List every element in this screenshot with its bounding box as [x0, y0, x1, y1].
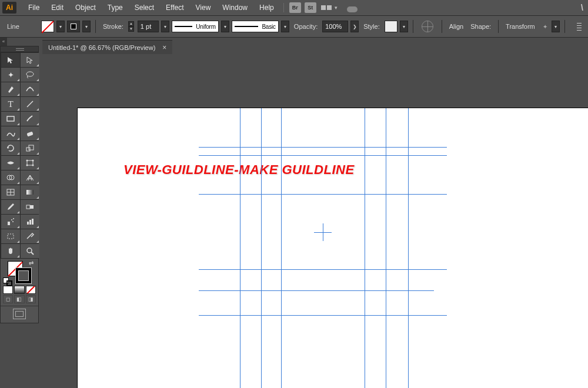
stroke-weight-dropdown[interactable]: ▾ — [161, 21, 169, 32]
swap-fill-stroke-icon[interactable]: ⇄ — [29, 260, 34, 266]
tool-hand[interactable] — [1, 244, 20, 258]
tool-type[interactable]: T — [1, 97, 20, 111]
tool-pen[interactable] — [1, 82, 20, 96]
tool-slice[interactable] — [21, 229, 39, 243]
guide-vertical[interactable] — [365, 108, 365, 388]
align-label[interactable]: Align — [447, 23, 466, 30]
menu-help[interactable]: Help — [253, 1, 280, 14]
tool-free-transform[interactable] — [21, 156, 39, 170]
cursor-crosshair-icon — [314, 223, 332, 241]
profile-dropdown[interactable]: ▾ — [221, 21, 229, 32]
tool-shaper[interactable] — [1, 126, 20, 141]
stroke-swatch[interactable] — [67, 21, 80, 32]
tool-direct-selection[interactable] — [21, 53, 39, 67]
menu-effect[interactable]: Effect — [160, 1, 189, 14]
fill-dropdown[interactable]: ▾ — [56, 21, 65, 32]
guide-horizontal[interactable] — [199, 194, 447, 195]
opacity-dropdown[interactable]: ❯ — [350, 21, 359, 32]
guide-vertical[interactable] — [240, 108, 240, 388]
tool-perspective-grid[interactable] — [21, 170, 39, 185]
tool-artboard[interactable] — [1, 229, 20, 243]
guide-vertical[interactable] — [261, 108, 262, 388]
recolor-artwork-icon[interactable] — [422, 21, 433, 32]
tool-lasso[interactable] — [21, 68, 39, 82]
guide-horizontal[interactable] — [199, 155, 447, 156]
guide-vertical[interactable] — [408, 108, 409, 388]
style-dropdown[interactable]: ▾ — [400, 21, 408, 32]
guide-horizontal[interactable] — [199, 290, 434, 291]
menu-type[interactable]: Type — [102, 1, 129, 14]
graphic-style-swatch[interactable] — [385, 21, 397, 32]
guide-vertical[interactable] — [281, 108, 282, 388]
panel-collapse-toggle[interactable]: « — [0, 38, 7, 46]
guide-horizontal[interactable] — [199, 147, 447, 148]
tool-eyedropper[interactable] — [1, 200, 20, 214]
tool-eraser[interactable] — [21, 126, 39, 141]
tool-symbol-sprayer[interactable] — [1, 215, 20, 229]
canvas-area[interactable]: VIEW-GUILDLINE-MAKE GUILDLINE — [42, 54, 588, 388]
draw-inside-icon[interactable]: ◨ — [26, 295, 36, 303]
color-mode-none[interactable] — [26, 286, 36, 294]
fill-stroke-selector[interactable]: ⇄ — [1, 259, 38, 283]
opacity-field[interactable]: 100% — [322, 21, 348, 32]
tool-blend[interactable] — [21, 200, 39, 214]
tool-magic-wand[interactable]: ✦ — [1, 68, 20, 82]
opacity-label[interactable]: Opacity: — [292, 23, 320, 30]
stroke-color-well[interactable] — [16, 268, 31, 283]
stroke-weight-field[interactable]: 1 pt — [138, 21, 159, 32]
tool-selection[interactable] — [1, 53, 20, 67]
tool-mesh[interactable] — [1, 185, 20, 199]
window-control[interactable]: \ — [579, 3, 586, 12]
transform-pin-icon[interactable]: ✦ — [541, 22, 549, 31]
close-tab-icon[interactable]: × — [162, 44, 166, 52]
tool-rectangle[interactable] — [1, 112, 20, 126]
stroke-weight-stepper[interactable]: ▲▼ — [128, 21, 134, 32]
tool-paintbrush[interactable] — [21, 112, 39, 126]
bridge-icon[interactable]: Br — [289, 2, 301, 13]
tool-width[interactable] — [1, 156, 20, 170]
svg-point-28 — [27, 248, 32, 253]
stroke-label[interactable]: Stroke: — [101, 23, 126, 30]
brush-definition[interactable]: Basic — [232, 21, 279, 32]
guide-vertical[interactable] — [386, 108, 386, 388]
svg-rect-7 — [27, 160, 33, 165]
guide-horizontal[interactable] — [199, 269, 447, 270]
transform-dropdown[interactable]: ▾ — [552, 21, 560, 32]
stroke-dropdown[interactable]: ▾ — [82, 21, 91, 32]
menu-select[interactable]: Select — [129, 1, 160, 14]
tool-line-segment[interactable] — [21, 97, 39, 111]
tool-scale[interactable] — [21, 141, 39, 155]
svg-point-22 — [13, 218, 14, 219]
brush-dropdown[interactable]: ▾ — [281, 21, 289, 32]
tool-curvature[interactable] — [21, 82, 39, 96]
tool-rotate[interactable] — [1, 141, 20, 155]
variable-width-profile[interactable]: Uniform — [172, 21, 219, 32]
tool-column-graph[interactable] — [21, 215, 39, 229]
menu-file[interactable]: File — [22, 1, 45, 14]
draw-normal-icon[interactable]: ◻ — [3, 295, 13, 303]
arrange-documents-button[interactable]: ▾ — [320, 5, 338, 11]
tools-panel-grip[interactable] — [1, 46, 38, 52]
stock-icon[interactable]: St — [305, 2, 316, 13]
svg-rect-19 — [30, 205, 34, 209]
menu-object[interactable]: Object — [69, 1, 102, 14]
menu-view[interactable]: View — [190, 1, 217, 14]
gpu-preview-icon[interactable] — [346, 3, 359, 12]
transform-label[interactable]: Transform — [503, 23, 537, 30]
color-mode-gradient[interactable] — [14, 286, 24, 294]
svg-point-9 — [32, 160, 34, 162]
guide-horizontal[interactable] — [199, 315, 447, 316]
tool-shape-builder[interactable] — [1, 170, 20, 185]
tool-zoom[interactable] — [21, 244, 39, 258]
menu-edit[interactable]: Edit — [45, 1, 69, 14]
document-tab[interactable]: Untitled-1* @ 66.67% (RGB/Preview) × — [42, 40, 172, 54]
fill-swatch[interactable] — [41, 21, 54, 32]
screen-mode-button[interactable] — [13, 309, 26, 319]
shape-label[interactable]: Shape: — [468, 23, 493, 30]
control-panel-menu-icon[interactable] — [574, 21, 584, 33]
menu-window[interactable]: Window — [216, 1, 253, 14]
svg-rect-24 — [27, 222, 29, 225]
color-mode-solid[interactable] — [3, 286, 13, 294]
draw-behind-icon[interactable]: ◧ — [14, 295, 24, 303]
tool-gradient[interactable] — [21, 185, 39, 199]
